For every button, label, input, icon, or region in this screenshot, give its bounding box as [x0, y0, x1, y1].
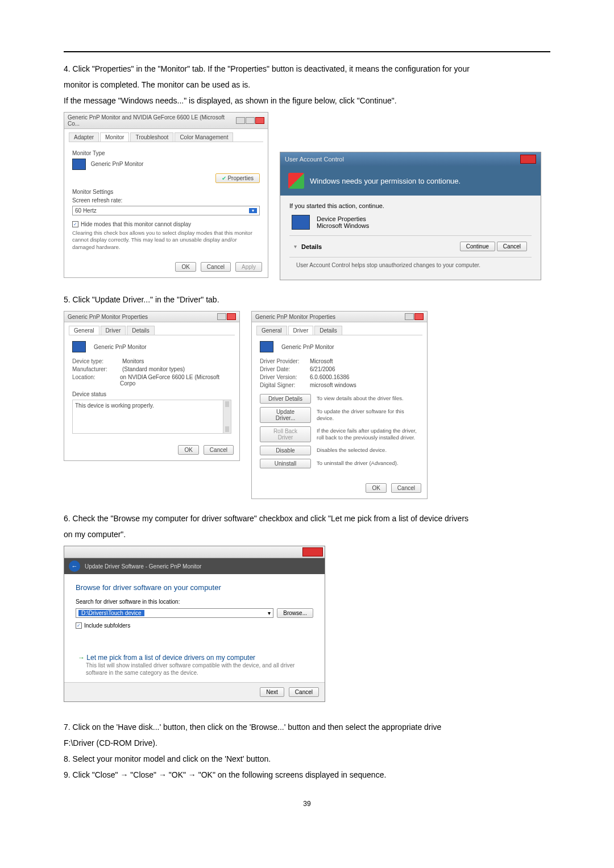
- step-5: 5. Click "Update Driver..." in the "Driv…: [64, 292, 550, 308]
- disable-button[interactable]: Disable: [260, 446, 311, 455]
- apply-button[interactable]: Apply: [235, 262, 262, 272]
- tab-troubleshoot[interactable]: Troubleshoot: [130, 132, 173, 142]
- hide-modes-label: Hide modes that this monitor cannot disp…: [81, 221, 191, 227]
- uac-publisher: Microsoft Windows: [317, 222, 369, 229]
- kv-value: 6/21/2006: [310, 366, 335, 372]
- uac-titlebar: User Account Control: [280, 152, 541, 166]
- close-icon[interactable]: [414, 313, 424, 320]
- device-props-driver: Generic PnP Monitor Properties General D…: [251, 311, 428, 499]
- btn-desc: To view details about the driver files.: [317, 395, 419, 402]
- hide-modes-note: Clearing this check box allows you to se…: [72, 230, 260, 251]
- path-value: D:\Drivers\Touch device: [78, 610, 144, 616]
- tab-general[interactable]: General: [69, 326, 99, 335]
- monitor-type-value: Generic PnP Monitor: [91, 161, 144, 167]
- link-title: Let me pick from a list of device driver…: [78, 654, 311, 662]
- monitor-settings-label: Monitor Settings: [72, 189, 260, 195]
- rollback-driver-button[interactable]: Roll Back Driver: [260, 426, 311, 442]
- path-combobox[interactable]: D:\Drivers\Touch device ▾: [76, 608, 273, 618]
- close-icon[interactable]: [302, 547, 323, 556]
- uac-footer-text: User Account Control helps stop unauthor…: [289, 258, 532, 273]
- step-7-line2: F:\Driver (CD-ROM Drive).: [64, 735, 550, 751]
- close-icon[interactable]: [255, 117, 264, 124]
- properties-button[interactable]: ✔ Properties: [215, 173, 260, 183]
- refresh-rate-select[interactable]: 60 Hertz ▾: [72, 206, 260, 215]
- uac-body: If you started this action, continue. De…: [280, 196, 541, 280]
- btn-desc: Disables the selected device.: [317, 447, 419, 454]
- uac-banner: Windows needs your permission to contion…: [280, 166, 541, 196]
- back-icon[interactable]: ←: [69, 560, 80, 572]
- uac-banner-text: Windows needs your permission to contion…: [310, 177, 460, 185]
- step-4-line3: If the message "Windows needs..." is dis…: [64, 93, 550, 109]
- close-icon[interactable]: [227, 313, 236, 320]
- scrollbar[interactable]: [223, 400, 231, 433]
- include-subfolders-checkbox[interactable]: ✓ Include subfolders: [76, 622, 130, 629]
- step-7-line1: 7. Click on the 'Have disk...' button, t…: [64, 719, 550, 735]
- include-subfolders-label: Include subfolders: [84, 622, 130, 629]
- dialog-title: Generic PnP Monitor Properties: [255, 314, 335, 320]
- let-me-pick-link[interactable]: Let me pick from a list of device driver…: [76, 651, 313, 679]
- monitor-icon: [72, 159, 86, 170]
- browse-button[interactable]: Browse...: [277, 608, 313, 618]
- device-status-label: Device status: [72, 391, 231, 397]
- monitor-icon: [260, 341, 273, 352]
- figure-row-2: Generic PnP Monitor Properties General D…: [64, 311, 550, 499]
- hide-modes-checkbox[interactable]: ✓ Hide modes that this monitor cannot di…: [72, 221, 191, 227]
- maximize-icon[interactable]: [246, 117, 255, 124]
- step-4-line1: 4. Click "Properties" in the "Monitor" t…: [64, 61, 550, 77]
- uac-details-toggle[interactable]: ▾ Details: [294, 243, 322, 250]
- kv-value: 6.0.6000.16386: [310, 374, 350, 380]
- uac-details-label: Details: [301, 243, 322, 250]
- kv-key: Location:: [72, 374, 120, 387]
- update-driver-button[interactable]: Update Driver...: [260, 407, 311, 423]
- uac-title: User Account Control: [285, 156, 344, 163]
- kv-value: Microsoft: [310, 358, 333, 364]
- btn-desc: To uninstall the driver (Advanced).: [317, 460, 419, 467]
- next-button[interactable]: Next: [260, 687, 284, 697]
- cancel-button[interactable]: Cancel: [289, 687, 319, 697]
- tab-color-mgmt[interactable]: Color Management: [175, 132, 233, 142]
- help-icon[interactable]: [405, 313, 414, 320]
- tab-driver[interactable]: Driver: [101, 326, 126, 335]
- kv-value: microsoft windows: [310, 382, 356, 388]
- step-9: 9. Click "Close" → "Close" → "OK" → "OK"…: [64, 767, 550, 783]
- tab-general[interactable]: General: [256, 326, 287, 335]
- ok-button[interactable]: OK: [366, 483, 386, 493]
- cancel-button[interactable]: Cancel: [497, 242, 527, 251]
- uac-dialog: User Account Control Windows needs your …: [280, 152, 541, 280]
- device-status-box: This device is working properly.: [72, 400, 231, 434]
- tab-adapter[interactable]: Adapter: [69, 132, 99, 142]
- refresh-rate-value: 60 Hertz: [75, 207, 97, 214]
- document-page: 4. Click "Properties" in the "Monitor" t…: [0, 0, 614, 830]
- tab-driver[interactable]: Driver: [288, 326, 314, 335]
- monitor-type-row: Generic PnP Monitor: [72, 159, 143, 170]
- tab-details[interactable]: Details: [314, 326, 342, 335]
- dialog-titlebar: Generic PnP Monitor Properties: [64, 312, 239, 322]
- minimize-icon[interactable]: [236, 117, 245, 124]
- cancel-button[interactable]: Cancel: [204, 445, 234, 455]
- kv-value: (Standard monitor types): [122, 366, 185, 372]
- cancel-button[interactable]: Cancel: [391, 483, 421, 493]
- tab-monitor[interactable]: Monitor: [100, 132, 129, 142]
- chevron-down-icon: ▾: [268, 610, 271, 616]
- chevron-down-icon: ▾: [249, 208, 257, 213]
- wizard-chrome: [64, 546, 325, 558]
- dialog-body: Monitor Type Generic PnP Monitor ✔ Prope…: [64, 142, 268, 256]
- continue-button[interactable]: Continue: [460, 242, 495, 251]
- ok-button[interactable]: OK: [178, 445, 198, 455]
- device-name: Generic PnP Monitor: [94, 344, 147, 350]
- monitor-type-label: Monitor Type: [72, 150, 260, 156]
- device-icon: [292, 215, 310, 230]
- uninstall-button[interactable]: Uninstall: [260, 459, 311, 468]
- checkbox-icon: ✓: [72, 221, 78, 227]
- help-icon[interactable]: [217, 313, 226, 320]
- ok-button[interactable]: OK: [175, 262, 196, 272]
- device-props-general: Generic PnP Monitor Properties General D…: [64, 311, 240, 461]
- cancel-button[interactable]: Cancel: [201, 262, 231, 272]
- chevron-down-icon: ▾: [294, 243, 297, 250]
- figure-row-1: Generic PnP Monitor and NVIDIA GeForce 6…: [64, 112, 550, 280]
- wizard-heading: Browse for driver software on your compu…: [76, 583, 313, 592]
- tab-details[interactable]: Details: [127, 326, 155, 335]
- close-icon[interactable]: [520, 155, 536, 164]
- checkbox-icon: ✓: [76, 622, 82, 629]
- driver-details-button[interactable]: Driver Details: [260, 394, 311, 404]
